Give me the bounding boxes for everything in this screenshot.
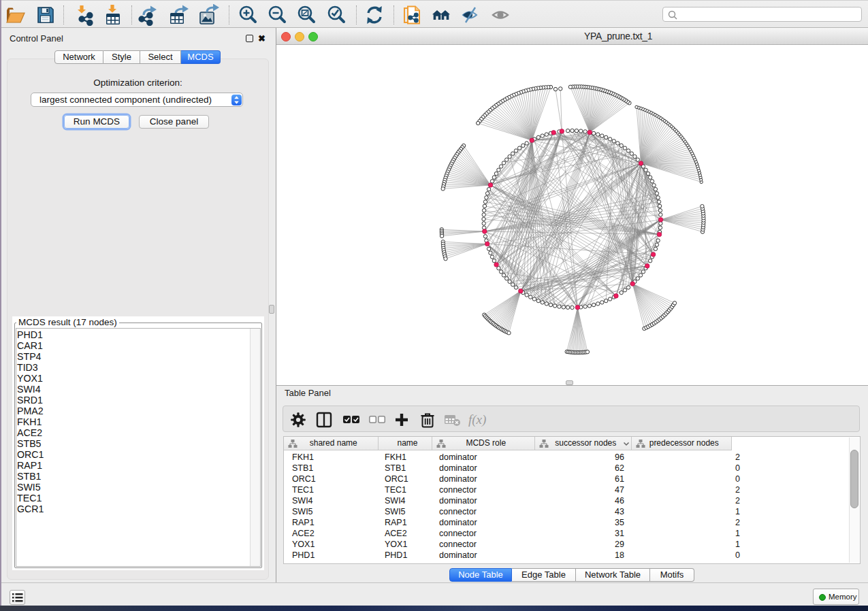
svg-text:f(x): f(x) — [468, 412, 486, 427]
